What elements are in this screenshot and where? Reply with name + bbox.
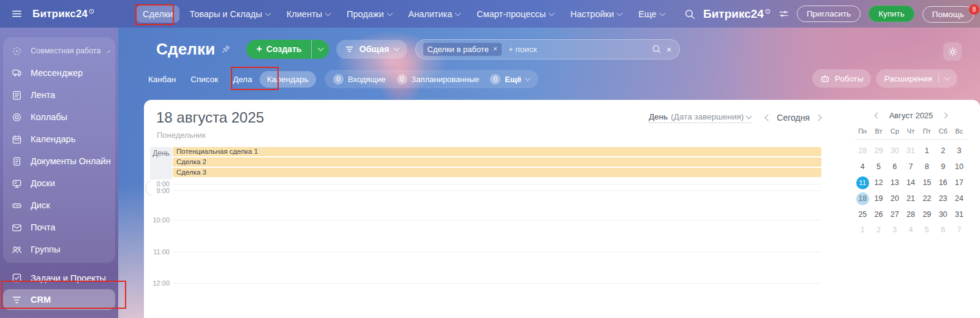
sidebar-item-messenger[interactable]: Мессенджер (3, 62, 115, 84)
sidebar-item-docs-online[interactable]: Документы Онлайн (3, 150, 115, 172)
mini-calendar-day[interactable]: 4 (854, 159, 870, 175)
filter-tag[interactable]: Сделки в работе × (423, 43, 502, 56)
mini-calendar-day[interactable]: 3 (887, 222, 903, 238)
sidebar-item-mail[interactable]: Почта (3, 216, 115, 238)
sidebar-item-sites[interactable]: Сайты (3, 312, 115, 318)
search-icon[interactable] (684, 9, 695, 20)
mini-calendar-day[interactable]: 4 (903, 222, 919, 238)
counter-incoming[interactable]: 0 Входящие (333, 74, 386, 85)
hamburger-menu-icon[interactable] (11, 8, 23, 20)
mini-calendar-day[interactable]: 1 (919, 143, 935, 159)
deal-event[interactable]: Сделка 3 (173, 168, 821, 177)
prev-month-icon[interactable] (874, 112, 880, 118)
sidebar-item-boards[interactable]: Доски (3, 172, 115, 194)
nav-item-settings[interactable]: Настройки (564, 6, 628, 23)
funnel-filter-button[interactable]: Общая (336, 40, 407, 59)
settings-gear-button[interactable] (943, 42, 962, 61)
deal-event[interactable]: Сделка 2 (173, 157, 821, 167)
sidebar-item-tasks[interactable]: Задачи и Проекты (3, 268, 115, 288)
help-button[interactable]: Помощь (922, 6, 974, 23)
mini-calendar-day[interactable]: 31 (951, 206, 967, 222)
deal-event[interactable]: Потенциальная сделка 1 (173, 147, 821, 156)
search-icon[interactable] (652, 44, 662, 54)
tab-activities[interactable]: Дела (225, 71, 260, 88)
mini-calendar-day[interactable]: 27 (887, 206, 903, 222)
create-button-main[interactable]: +Создать (246, 40, 311, 59)
mini-calendar-day[interactable]: 22 (919, 191, 935, 206)
mini-calendar-day[interactable]: 7 (903, 159, 919, 175)
mini-calendar-day[interactable]: 28 (854, 143, 870, 159)
view-mode-dropdown[interactable]: День (Дата завершения) (649, 112, 751, 123)
mini-calendar-day[interactable]: 17 (951, 175, 967, 191)
buy-button[interactable]: Купить (869, 6, 914, 22)
mini-calendar-day[interactable]: 26 (870, 206, 886, 222)
mini-calendar-day[interactable]: 29 (919, 206, 935, 222)
mini-calendar-day[interactable]: 21 (903, 191, 919, 206)
mini-calendar-day[interactable]: 5 (919, 222, 935, 238)
robots-button[interactable]: Роботы (812, 69, 872, 88)
mini-calendar-day[interactable]: 10 (951, 159, 967, 175)
mini-calendar-day[interactable]: 7 (951, 222, 967, 238)
nav-item-sales[interactable]: Продажи (340, 6, 399, 23)
mini-calendar-day[interactable]: 30 (935, 206, 951, 222)
prev-day-icon[interactable] (765, 114, 772, 121)
mini-calendar-day[interactable]: 28 (903, 206, 919, 222)
sidebar-item-groups[interactable]: Группы (3, 238, 115, 260)
sidebar-group-collab-work[interactable]: Совместная работа (3, 40, 115, 62)
mini-calendar-day[interactable]: 6 (935, 222, 951, 238)
mini-calendar-day[interactable]: 19 (870, 191, 886, 206)
sliders-icon[interactable] (778, 9, 789, 19)
nav-item-goods[interactable]: Товары и Склады (183, 6, 276, 23)
mini-calendar-day[interactable]: 20 (887, 191, 903, 206)
mini-calendar-day[interactable]: 25 (854, 206, 870, 222)
next-day-icon[interactable] (815, 114, 821, 121)
tab-list[interactable]: Список (183, 71, 225, 88)
sidebar-item-disk[interactable]: Диск (3, 194, 115, 216)
mini-calendar-day[interactable]: 24 (951, 191, 967, 206)
mini-calendar-day[interactable]: 31 (903, 143, 919, 159)
mini-calendar-day[interactable]: 1 (854, 222, 870, 238)
sidebar-item-crm[interactable]: CRM (3, 289, 115, 310)
sidebar-item-feed[interactable]: Лента (3, 84, 115, 106)
mini-calendar-day[interactable]: 23 (935, 191, 951, 206)
mini-calendar-day[interactable]: 9 (935, 159, 951, 175)
mini-calendar-day[interactable]: 2 (935, 143, 951, 159)
bitrix24-logo[interactable]: Битрикс24 (32, 8, 94, 20)
counter-planned[interactable]: 0 Запланированные (397, 74, 480, 85)
sidebar-item-collabs[interactable]: Коллабы (3, 106, 115, 128)
mini-calendar-day[interactable]: 16 (935, 175, 951, 191)
extensions-button[interactable]: Расширения (876, 69, 957, 88)
today-button[interactable]: Сегодня (777, 113, 810, 123)
mini-calendar-day[interactable]: 11 (854, 175, 870, 191)
clear-search-icon[interactable]: × (666, 44, 672, 55)
mini-calendar-day[interactable]: 8 (919, 159, 935, 175)
tag-close-icon[interactable]: × (493, 45, 497, 53)
pin-icon[interactable] (221, 45, 230, 54)
tab-kanban[interactable]: Канбан (141, 71, 183, 88)
mini-calendar-day[interactable]: 2 (870, 222, 886, 238)
mini-calendar-day[interactable]: 13 (887, 175, 903, 191)
create-dropdown-toggle[interactable] (312, 40, 329, 59)
nav-item-clients[interactable]: Клиенты (280, 6, 337, 23)
mini-calendar-day[interactable]: 15 (919, 175, 935, 191)
mini-calendar-day[interactable]: 6 (887, 159, 903, 175)
mini-calendar-day[interactable]: 5 (870, 159, 886, 175)
mini-calendar-day[interactable]: 3 (951, 143, 967, 159)
nav-item-more[interactable]: Еще (631, 6, 671, 23)
tab-calendar[interactable]: Календарь (260, 71, 316, 88)
mini-calendar-day[interactable]: 29 (870, 143, 886, 159)
nav-item-analytics[interactable]: Аналитика (402, 6, 467, 23)
create-button[interactable]: +Создать (246, 40, 329, 59)
counter-more[interactable]: 0 Ещё (490, 74, 530, 85)
sidebar-item-calendar[interactable]: Календарь (3, 128, 115, 150)
next-month-icon[interactable] (942, 112, 948, 118)
mini-calendar-day[interactable]: 12 (870, 175, 886, 191)
nav-item-smart-processes[interactable]: Смарт-процессы (470, 6, 560, 23)
mini-calendar-day[interactable]: 30 (887, 143, 903, 159)
mini-calendar-day[interactable]: 18 (854, 191, 870, 206)
search-input[interactable] (507, 44, 646, 55)
nav-item-deals[interactable]: Сделки (136, 6, 179, 23)
search-bar[interactable]: Сделки в работе × × (415, 39, 680, 59)
invite-button[interactable]: Пригласить (797, 6, 861, 22)
mini-calendar-day[interactable]: 14 (903, 175, 919, 191)
